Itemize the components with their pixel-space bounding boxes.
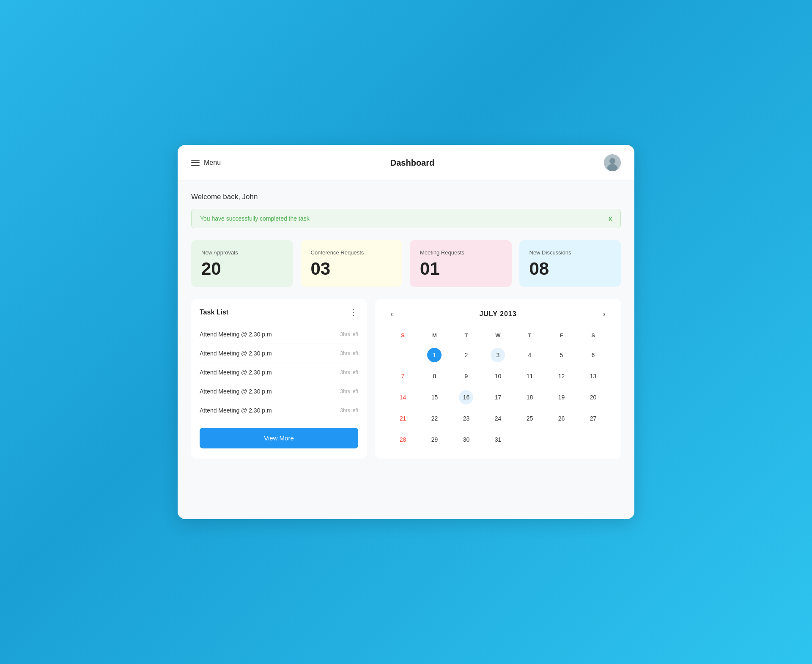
cal-day-header-sun: S	[387, 330, 419, 344]
page-title: Dashboard	[390, 158, 434, 168]
cal-day-21[interactable]: 21	[387, 408, 419, 429]
task-item[interactable]: Attend Meeting @ 2.30 p.m 3hrs left	[200, 401, 358, 420]
cal-day-9[interactable]: 9	[450, 366, 482, 387]
cal-day-7[interactable]: 7	[387, 366, 419, 387]
calendar-week-5: 28 29 30 31	[387, 429, 609, 450]
cal-day-empty	[577, 429, 609, 450]
task-header: Task List ⋮	[200, 307, 358, 317]
stat-label-new-discussions: New Discussions	[529, 249, 611, 256]
banner-close-button[interactable]: x	[609, 215, 612, 222]
cal-day-header-mon: M	[419, 330, 450, 344]
cal-day-header-wed: W	[482, 330, 514, 344]
cal-day-1[interactable]: 1	[419, 344, 450, 366]
stat-value-meeting-requests: 01	[420, 260, 502, 278]
success-banner: You have successfully completed the task…	[191, 209, 621, 228]
stat-value-conference-requests: 03	[311, 260, 392, 278]
calendar-header: ‹ JULY 2013 ›	[387, 307, 609, 320]
calendar-grid: S M T W T F S 1 2	[387, 330, 609, 450]
cal-day-26[interactable]: 26	[546, 408, 577, 429]
cal-day-12[interactable]: 12	[546, 366, 577, 387]
cal-day-27[interactable]: 27	[577, 408, 609, 429]
task-time: 3hrs left	[340, 369, 358, 375]
task-item[interactable]: Attend Meeting @ 2.30 p.m 3hrs left	[200, 382, 358, 401]
task-time: 3hrs left	[340, 407, 358, 413]
svg-point-1	[609, 158, 615, 164]
task-time: 3hrs left	[340, 350, 358, 356]
cal-day-18[interactable]: 18	[514, 387, 546, 408]
task-name: Attend Meeting @ 2.30 p.m	[200, 331, 272, 338]
cal-day-4[interactable]: 4	[514, 344, 546, 366]
calendar-panel: ‹ JULY 2013 › S M T W T F S	[375, 299, 621, 459]
body: Welcome back, John You have successfully…	[178, 181, 634, 519]
hamburger-icon	[191, 160, 200, 166]
calendar-week-3: 14 15 16 17 18 19 20	[387, 387, 609, 408]
banner-message: You have successfully completed the task	[200, 215, 310, 222]
cal-day-header-sat: S	[577, 330, 609, 344]
cal-day-5[interactable]: 5	[546, 344, 577, 366]
calendar-prev-button[interactable]: ‹	[387, 307, 397, 320]
cal-day-19[interactable]: 19	[546, 387, 577, 408]
cal-day-15[interactable]: 15	[419, 387, 450, 408]
task-item[interactable]: Attend Meeting @ 2.30 p.m 3hrs left	[200, 363, 358, 382]
cal-day-16[interactable]: 16	[450, 387, 482, 408]
stat-label-new-approvals: New Approvals	[201, 249, 283, 256]
header: Menu Dashboard	[178, 145, 634, 181]
menu-button[interactable]: Menu	[191, 159, 221, 167]
main-content: Task List ⋮ Attend Meeting @ 2.30 p.m 3h…	[191, 299, 621, 459]
cal-day-2[interactable]: 2	[450, 344, 482, 366]
cal-day-25[interactable]: 25	[514, 408, 546, 429]
task-item[interactable]: Attend Meeting @ 2.30 p.m 3hrs left	[200, 325, 358, 344]
cal-day-13[interactable]: 13	[577, 366, 609, 387]
avatar-image	[604, 154, 621, 171]
calendar-month: JULY 2013	[479, 310, 516, 318]
cal-day-28[interactable]: 28	[387, 429, 419, 450]
cal-day-29[interactable]: 29	[419, 429, 450, 450]
menu-label: Menu	[204, 159, 221, 167]
cal-day-empty	[514, 429, 546, 450]
cal-day-17[interactable]: 17	[482, 387, 514, 408]
cal-day-empty	[546, 429, 577, 450]
cal-day-empty	[387, 344, 419, 366]
cal-day-22[interactable]: 22	[419, 408, 450, 429]
cal-day-6[interactable]: 6	[577, 344, 609, 366]
stat-value-new-approvals: 20	[201, 260, 283, 278]
stat-card-new-discussions[interactable]: New Discussions 08	[519, 240, 621, 287]
cal-day-header-tue: T	[450, 330, 482, 344]
cal-day-header-thu: T	[514, 330, 546, 344]
stat-value-new-discussions: 08	[529, 260, 611, 278]
calendar-week-2: 7 8 9 10 11 12 13	[387, 366, 609, 387]
task-panel: Task List ⋮ Attend Meeting @ 2.30 p.m 3h…	[191, 299, 367, 459]
cal-day-23[interactable]: 23	[450, 408, 482, 429]
cal-day-31[interactable]: 31	[482, 429, 514, 450]
task-name: Attend Meeting @ 2.30 p.m	[200, 388, 272, 395]
stats-row: New Approvals 20 Conference Requests 03 …	[191, 240, 621, 287]
task-time: 3hrs left	[340, 388, 358, 394]
cal-day-24[interactable]: 24	[482, 408, 514, 429]
task-name: Attend Meeting @ 2.30 p.m	[200, 369, 272, 376]
avatar[interactable]	[604, 154, 621, 171]
view-more-button[interactable]: View More	[200, 428, 358, 448]
cal-day-30[interactable]: 30	[450, 429, 482, 450]
cal-day-14[interactable]: 14	[387, 387, 419, 408]
task-name: Attend Meeting @ 2.30 p.m	[200, 350, 272, 357]
cal-day-8[interactable]: 8	[419, 366, 450, 387]
stat-label-conference-requests: Conference Requests	[311, 249, 392, 256]
task-name: Attend Meeting @ 2.30 p.m	[200, 407, 272, 414]
cal-day-10[interactable]: 10	[482, 366, 514, 387]
calendar-week-1: 1 2 3 4 5 6	[387, 344, 609, 366]
task-time: 3hrs left	[340, 331, 358, 337]
task-more-button[interactable]: ⋮	[349, 307, 358, 317]
stat-card-new-approvals[interactable]: New Approvals 20	[191, 240, 293, 287]
cal-day-20[interactable]: 20	[577, 387, 609, 408]
welcome-text: Welcome back, John	[191, 193, 621, 201]
stat-card-conference-requests[interactable]: Conference Requests 03	[301, 240, 403, 287]
stat-label-meeting-requests: Meeting Requests	[420, 249, 502, 256]
task-item[interactable]: Attend Meeting @ 2.30 p.m 3hrs left	[200, 344, 358, 363]
cal-day-3[interactable]: 3	[482, 344, 514, 366]
calendar-week-4: 21 22 23 24 25 26 27	[387, 408, 609, 429]
stat-card-meeting-requests[interactable]: Meeting Requests 01	[410, 240, 512, 287]
calendar-next-button[interactable]: ›	[599, 307, 609, 320]
main-card: Menu Dashboard Welcome back, John You ha…	[178, 145, 634, 519]
cal-day-11[interactable]: 11	[514, 366, 546, 387]
cal-day-header-fri: F	[546, 330, 577, 344]
